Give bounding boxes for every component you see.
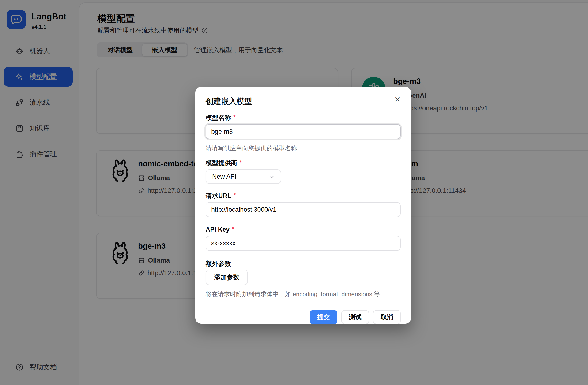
langbot-app: LangBot v4.1.1 机器人 (0, 0, 588, 385)
model-name-helper: 请填写供应商向您提供的模型名称 (206, 144, 401, 153)
dialog-actions: 提交 测试 取消 (206, 310, 401, 324)
selected-provider: New API (212, 173, 237, 180)
add-param-button[interactable]: 添加参数 (206, 270, 248, 285)
close-icon[interactable]: ✕ (392, 94, 403, 105)
request-url-label: 请求URL * (206, 192, 401, 200)
model-provider-select[interactable]: New API (206, 169, 281, 184)
extra-params-helper: 将在请求时附加到请求体中，如 encoding_format, dimensio… (206, 290, 401, 298)
chevron-down-icon (269, 173, 275, 180)
required-asterisk: * (233, 114, 236, 121)
extra-params-label: 额外参数 (206, 260, 401, 268)
model-provider-label: 模型提供商 * (206, 159, 401, 167)
required-asterisk: * (240, 159, 242, 166)
api-key-label: API Key * (206, 226, 401, 233)
required-asterisk: * (232, 226, 234, 232)
required-asterisk: * (234, 192, 236, 199)
test-button[interactable]: 测试 (341, 310, 369, 324)
submit-button[interactable]: 提交 (310, 310, 337, 324)
cancel-button[interactable]: 取消 (373, 310, 401, 324)
api-key-input[interactable] (206, 236, 401, 251)
model-name-label: 模型名称 * (206, 114, 401, 122)
request-url-input[interactable] (206, 202, 401, 217)
dialog-title: 创建嵌入模型 (206, 87, 401, 107)
model-name-input[interactable] (206, 124, 401, 139)
create-embedding-model-dialog: ✕ 创建嵌入模型 模型名称 * 请填写供应商向您提供的模型名称 模型提供商 * … (195, 87, 411, 324)
